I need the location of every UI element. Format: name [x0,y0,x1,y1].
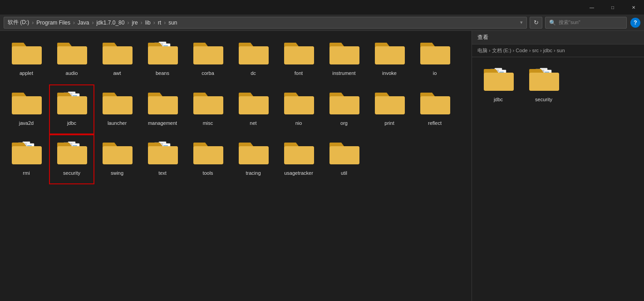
folder-icon-net [237,89,270,118]
folder-item-org[interactable]: org [321,84,367,134]
folder-icon-instrument [328,39,360,68]
address-part-programfiles[interactable]: Program Files [36,20,70,26]
folder-label-nio: nio [295,120,302,126]
folder-item-invoke[interactable]: invoke [367,35,412,84]
right-pane-content: jdbc [472,57,644,114]
title-bar: — □ ✕ [0,0,644,15]
close-button[interactable]: ✕ [623,0,644,15]
folder-item-management[interactable]: management [140,84,185,134]
folder-icon-applet [10,39,43,68]
folder-item-font[interactable]: font [276,35,321,84]
folder-item-security[interactable]: security [49,134,94,184]
right-pane-header: 查看 [472,31,644,44]
folder-icon-util [328,139,360,168]
folder-icon-java2d [10,89,43,118]
folder-label-java2d: java2d [19,120,34,126]
folder-label-io: io [433,70,437,76]
folder-label-rmi: rmi [23,170,29,176]
folder-item-net[interactable]: net [231,84,276,134]
folder-icon-management [146,89,179,118]
svg-rect-81 [545,72,549,73]
left-pane: applet audio awt [0,31,472,301]
folder-item-tools[interactable]: tools [185,134,231,184]
folder-label-audio: audio [66,70,78,76]
right-pane-title: 查看 [477,34,488,41]
help-button[interactable]: ? [630,18,640,28]
folder-item-reflect[interactable]: reflect [412,84,457,134]
address-part-rt[interactable]: rt [158,20,161,26]
right-folder-item-jdbc[interactable]: jdbc [476,61,521,111]
folder-icon-usagetracker [282,139,315,168]
folder-item-rmi[interactable]: rmi [4,134,49,184]
folder-item-awt[interactable]: awt [94,35,140,84]
folder-item-misc[interactable]: misc [185,84,231,134]
svg-rect-33 [27,145,32,146]
folder-label-launcher: launcher [108,120,127,126]
folder-icon-invoke [373,39,406,68]
folder-item-tracing[interactable]: tracing [231,134,276,184]
folder-item-applet[interactable]: applet [4,35,49,84]
right-folder-label-jdbc: jdbc [494,96,503,103]
folder-item-launcher[interactable]: launcher [94,84,140,134]
folder-grid: applet audio awt [4,35,468,184]
folder-icon-jdbc [55,89,88,118]
folder-icon-swing [101,139,133,168]
minimize-button[interactable]: — [581,0,602,15]
folder-label-tools: tools [202,170,213,176]
folder-label-font: font [295,70,303,76]
folder-item-nio[interactable]: nio [276,84,321,134]
folder-item-corba[interactable]: corba [185,35,231,84]
folder-label-print: print [384,120,394,126]
folder-item-audio[interactable]: audio [49,35,94,84]
folder-item-java2d[interactable]: java2d [4,84,49,134]
svg-rect-69 [499,72,504,73]
folder-item-instrument[interactable]: instrument [321,35,367,84]
folder-icon-org [328,89,360,118]
folder-item-util[interactable]: util [321,134,367,184]
search-box[interactable]: 🔍 搜索"sun" [545,17,627,29]
svg-rect-57 [163,145,168,146]
right-folder-icon-jdbc [482,65,515,94]
address-part-sun[interactable]: sun [168,20,177,26]
folder-item-io[interactable]: io [412,35,457,84]
svg-rect-21 [73,95,77,96]
folder-label-security: security [63,170,80,176]
address-part-drive[interactable]: 软件 (D:) [8,19,29,26]
address-bar[interactable]: 软件 (D:) › Program Files › Java › jdk1.7.… [4,17,527,29]
right-folder-item-security[interactable]: security [521,61,566,111]
folder-icon-reflect [418,89,451,118]
folder-icon-launcher [101,89,133,118]
folder-label-usagetracker: usagetracker [284,170,313,176]
right-pane-address: 电脑 › 文档 (E:) › Code › src › jdbc › sun [472,44,644,57]
right-folder-label-security: security [535,96,552,103]
folder-icon-awt [101,39,133,68]
address-part-jdk[interactable]: jdk1.7.0_80 [96,20,124,26]
address-dropdown-icon[interactable]: ▾ [520,20,523,25]
folder-item-dc[interactable]: dc [231,35,276,84]
folder-item-usagetracker[interactable]: usagetracker [276,134,321,184]
address-part-lib[interactable]: lib [145,20,151,26]
refresh-button[interactable]: ↻ [530,17,542,29]
folder-item-beans[interactable]: beans [140,35,185,84]
folder-icon-io [418,39,451,68]
search-placeholder: 搜索"sun" [559,19,580,26]
folder-item-jdbc[interactable]: jdbc [49,84,94,134]
folder-label-net: net [250,120,256,126]
folder-label-misc: misc [203,120,213,126]
address-part-jre[interactable]: jre [132,20,138,26]
folder-item-text[interactable]: text [140,134,185,184]
folder-label-awt: awt [113,70,121,76]
folder-item-print[interactable]: print [367,84,412,134]
folder-label-jdbc: jdbc [67,120,76,126]
folder-icon-tracing [237,139,270,168]
right-pane: 查看 电脑 › 文档 (E:) › Code › src › jdbc › su… [472,31,644,301]
folder-item-swing[interactable]: swing [94,134,140,184]
svg-rect-9 [163,45,168,46]
folder-icon-corba [192,39,224,68]
folder-label-beans: beans [156,70,169,76]
folder-icon-security [55,139,88,168]
maximize-button[interactable]: □ [602,0,623,15]
address-part-java[interactable]: Java [78,20,89,26]
folder-icon-text [146,139,179,168]
folder-icon-print [373,89,406,118]
